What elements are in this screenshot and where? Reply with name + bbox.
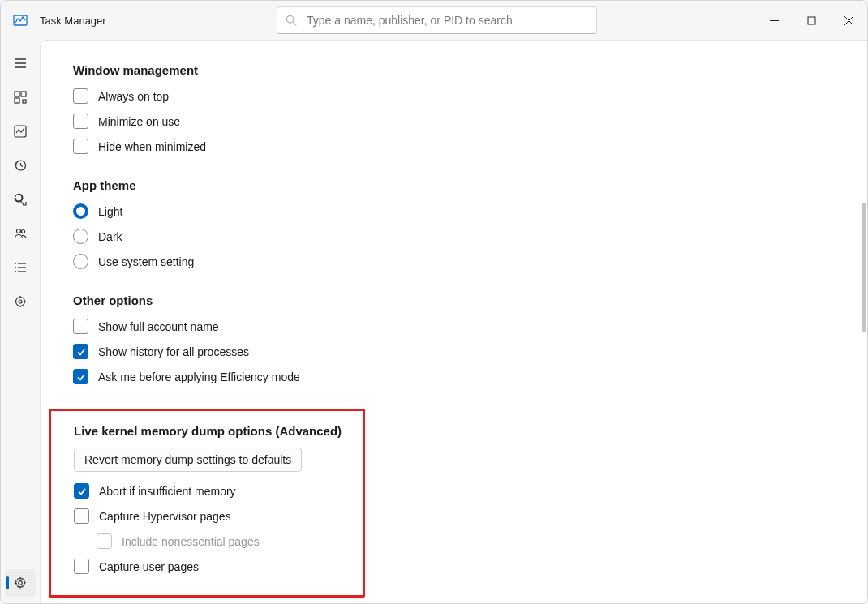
option-full_account[interactable]: Show full account name: [73, 319, 835, 334]
close-button[interactable]: [830, 1, 867, 40]
checkbox[interactable]: [73, 344, 88, 359]
svg-point-26: [19, 300, 22, 303]
performance-icon: [14, 125, 27, 138]
option-capture_user[interactable]: Capture user pages: [74, 559, 346, 574]
window-controls: [755, 1, 867, 40]
option-abort_insufficient[interactable]: Abort if insufficient memory: [74, 483, 346, 499]
search-icon: [286, 15, 297, 26]
checkbox[interactable]: [73, 369, 88, 384]
option-include_nonessential: Include nonessential pages: [74, 533, 346, 549]
nav-users[interactable]: [5, 220, 36, 247]
option-system[interactable]: Use system setting: [73, 254, 835, 269]
checkbox[interactable]: [73, 139, 88, 154]
checkbox: [97, 533, 112, 549]
radio[interactable]: [73, 229, 88, 244]
option-label: Ask me before applying Efficiency mode: [98, 371, 300, 383]
checkbox[interactable]: [73, 114, 88, 129]
option-capture_hypervisor[interactable]: Capture Hypervisor pages: [74, 508, 346, 524]
revert-defaults-button[interactable]: Revert memory dump settings to defaults: [74, 448, 302, 472]
svg-rect-11: [21, 92, 26, 96]
svg-rect-13: [23, 100, 26, 103]
nav-processes[interactable]: [5, 84, 36, 111]
nav-performance[interactable]: [5, 118, 36, 145]
startup-icon: [14, 193, 27, 206]
processes-icon: [14, 91, 27, 104]
svg-rect-4: [808, 17, 815, 24]
search-input[interactable]: [305, 13, 588, 28]
section-title: Window management: [73, 63, 835, 77]
option-label: Always on top: [98, 90, 169, 103]
section-title: Other options: [73, 293, 835, 307]
option-ask_efficiency[interactable]: Ask me before applying Efficiency mode: [73, 369, 835, 384]
option-minimize_on_use[interactable]: Minimize on use: [73, 114, 835, 129]
svg-line-2: [293, 22, 296, 25]
nav-history[interactable]: [5, 152, 36, 179]
svg-point-17: [17, 229, 21, 233]
option-label: Capture user pages: [99, 560, 199, 573]
option-label: Capture Hypervisor pages: [99, 510, 231, 523]
settings-page: Window management Always on topMinimize …: [40, 40, 867, 603]
option-dark[interactable]: Dark: [73, 229, 835, 244]
nav-settings[interactable]: [5, 569, 36, 597]
maximize-button[interactable]: [793, 1, 830, 40]
sidebar: [1, 40, 40, 603]
option-label: Light: [98, 205, 122, 218]
svg-point-1: [286, 15, 294, 23]
svg-point-25: [16, 298, 25, 306]
settings-icon: [14, 576, 27, 589]
nav-details[interactable]: [5, 254, 36, 281]
checkbox[interactable]: [73, 88, 88, 104]
checkbox[interactable]: [73, 319, 88, 334]
nav-startup[interactable]: [5, 186, 36, 213]
search-box[interactable]: [277, 6, 597, 34]
app-title: Task Manager: [40, 15, 161, 27]
radio[interactable]: [73, 254, 88, 269]
option-label: Dark: [98, 230, 122, 243]
section-app-theme: App theme LightDarkUse system setting: [73, 178, 835, 269]
svg-rect-12: [15, 98, 19, 103]
option-label: Minimize on use: [98, 115, 180, 128]
radio[interactable]: [73, 203, 88, 219]
section-title: App theme: [73, 178, 835, 192]
history-icon: [14, 159, 27, 172]
section-other-options: Other options Show full account nameShow…: [73, 293, 835, 384]
app-window: Task Manager: [0, 0, 868, 604]
svg-point-31: [19, 581, 23, 585]
menu-icon: [14, 57, 27, 70]
section-kernel-dump-highlight: Live kernel memory dump options (Advance…: [49, 409, 365, 598]
option-hide_when_minimized[interactable]: Hide when minimized: [73, 139, 835, 154]
scrollbar-thumb[interactable]: [862, 203, 866, 332]
titlebar: Task Manager: [1, 1, 867, 40]
option-history_all[interactable]: Show history for all processes: [73, 344, 835, 359]
minimize-button[interactable]: [755, 1, 793, 40]
option-light[interactable]: Light: [73, 203, 835, 219]
option-label: Include nonessential pages: [122, 535, 260, 548]
section-window-management: Window management Always on topMinimize …: [73, 63, 835, 154]
option-label: Show full account name: [98, 320, 219, 333]
nav-menu-button[interactable]: [5, 49, 36, 77]
checkbox[interactable]: [74, 559, 89, 574]
services-icon: [14, 295, 27, 308]
app-icon: [1, 13, 40, 28]
checkbox[interactable]: [74, 483, 89, 499]
users-icon: [14, 227, 27, 240]
option-always_on_top[interactable]: Always on top: [73, 88, 835, 104]
svg-rect-10: [15, 92, 19, 96]
details-icon: [14, 261, 27, 274]
svg-point-18: [22, 230, 25, 233]
option-label: Show history for all processes: [98, 345, 249, 358]
nav-services[interactable]: [5, 288, 36, 315]
option-label: Hide when minimized: [98, 140, 206, 153]
section-title: Live kernel memory dump options (Advance…: [74, 424, 346, 438]
checkbox[interactable]: [74, 508, 89, 524]
option-label: Abort if insufficient memory: [99, 485, 236, 498]
option-label: Use system setting: [98, 255, 194, 268]
